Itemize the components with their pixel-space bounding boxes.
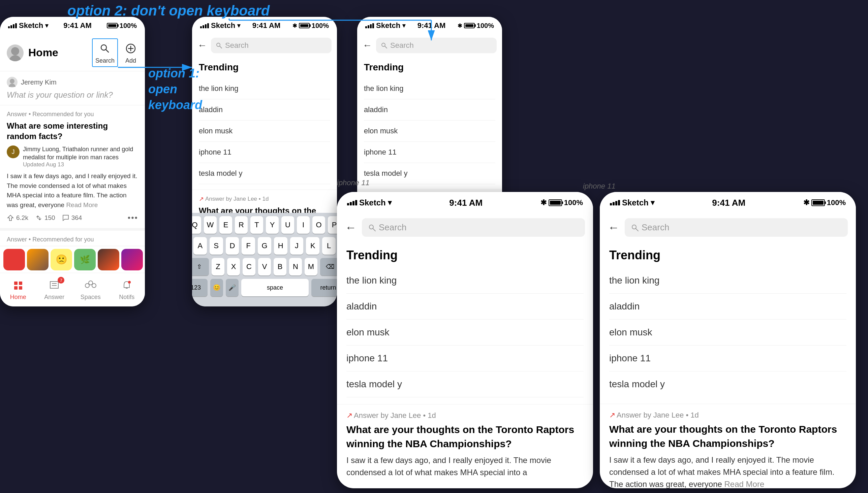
reshare-btn-1[interactable]: 150 [35,214,55,221]
nav-notifs[interactable]: Notifs [109,279,145,301]
status-right-2: ✱ 100% [292,22,329,30]
trending-item-2-0[interactable]: the lion king [199,78,330,99]
trending-5-0[interactable]: the lion king [609,268,846,294]
app-icon-1[interactable] [3,249,25,271]
trending-item-2-1[interactable]: aladdin [199,99,330,121]
search-input-5[interactable]: Search [642,222,669,233]
answer-question-5[interactable]: What are your thoughts on the Toronto Ra… [609,422,846,451]
key-shift[interactable]: ⇧ [192,258,209,276]
search-bar-3[interactable]: Search [376,38,497,53]
key-z[interactable]: Z [212,258,224,276]
comment-btn-1[interactable]: 364 [62,214,82,221]
key-l[interactable]: L [322,237,336,255]
key-c[interactable]: C [243,258,255,276]
nav-answer[interactable]: 7 Answer [36,279,73,301]
trending-item-3-2[interactable]: elon musk [364,121,495,142]
trending-title-3: Trending [364,62,495,73]
read-more-5[interactable]: Read More [724,479,765,488]
trending-4-1[interactable]: aladdin [346,294,584,320]
app-icon-6[interactable] [121,249,143,271]
search-bar-5[interactable]: Search [625,218,848,237]
search-input-3[interactable]: Search [390,41,414,50]
nav-spaces[interactable]: Spaces [73,279,109,301]
key-emoji[interactable]: 😊 [210,279,223,296]
key-w[interactable]: W [204,216,217,234]
kb-row-4: 123 😊 🎤 space return [193,279,336,296]
trending-5-4[interactable]: tesla model y [609,371,846,397]
back-button-4[interactable]: ← [345,221,356,234]
key-n[interactable]: N [289,258,302,276]
key-h[interactable]: H [274,237,287,255]
back-button-2[interactable]: ← [198,40,207,51]
signal-icon [8,23,17,28]
back-button-3[interactable]: ← [363,40,372,51]
key-123[interactable]: 123 [192,279,208,296]
answer-badge: 7 [58,277,64,283]
svg-point-7 [10,79,15,84]
key-t[interactable]: T [250,216,263,234]
key-delete[interactable]: ⌫ [320,258,337,276]
key-o[interactable]: O [312,216,325,234]
app-icon-4[interactable]: 🌿 [74,249,96,271]
trending-4-4[interactable]: tesla model y [346,371,584,398]
trending-5-1[interactable]: aladdin [609,294,846,320]
trending-4-0[interactable]: the lion king [346,268,584,294]
feed-author-name-1: Jimmy Luong, Triathalon runner and gold … [23,146,138,161]
key-i[interactable]: I [297,216,310,234]
trending-5-3[interactable]: iphone 11 [609,345,846,371]
trending-item-3-0[interactable]: the lion king [364,78,495,99]
app-icon-5[interactable] [98,249,119,271]
read-more-1[interactable]: Read More [66,201,98,209]
trending-item-2-2[interactable]: elon musk [199,121,330,142]
feed-body-1: I saw it a few days ago, and I really en… [7,171,138,210]
trending-item-2-4[interactable]: tesla model y [199,163,330,184]
status-bar-phone3: Sketch ▾ 9:41 AM ✱ 100% [357,17,502,34]
trending-5-2[interactable]: elon musk [609,320,846,345]
app-icon-3[interactable]: 🙁 [50,249,72,271]
wifi-icon-3: ▾ [402,22,405,29]
nav-notifs-label: Notifs [119,294,135,301]
app-icon-2[interactable] [27,249,48,271]
key-return[interactable]: return [311,279,337,296]
ask-user-name: Jeremy Kim [21,79,57,86]
key-y[interactable]: Y [266,216,279,234]
key-b[interactable]: B [274,258,286,276]
trending-4-2[interactable]: elon musk [346,320,584,345]
back-button-5[interactable]: ← [608,221,619,234]
search-bar-4[interactable]: Search [362,218,585,237]
ask-placeholder[interactable]: What is your question or link? [7,90,138,100]
trending-item-2-3[interactable]: iphone 11 [199,142,330,163]
search-bar-2[interactable]: Search [211,38,332,53]
key-x[interactable]: X [227,258,240,276]
status-left-2: Sketch ▾ [200,21,240,30]
key-f[interactable]: F [242,237,255,255]
trending-item-3-4[interactable]: tesla model y [364,163,495,184]
trending-4-3[interactable]: iphone 11 [346,345,584,371]
phone2: Sketch ▾ 9:41 AM ✱ 100% ← Search Trendin… [192,17,337,306]
more-btn-1[interactable]: ••• [128,213,138,222]
answer-question-4[interactable]: What are your thoughts on the Toronto Ra… [346,423,584,451]
key-g[interactable]: G [258,237,271,255]
feed-question-1[interactable]: What are some interesting random facts? [7,121,138,142]
key-q[interactable]: Q [192,216,201,234]
key-p[interactable]: P [328,216,337,234]
key-u[interactable]: U [281,216,294,234]
key-a[interactable]: A [193,237,207,255]
key-r[interactable]: R [235,216,248,234]
key-k[interactable]: K [306,237,319,255]
trending-item-3-3[interactable]: iphone 11 [364,142,495,163]
key-d[interactable]: D [226,237,239,255]
key-s[interactable]: S [210,237,223,255]
upvote-btn-1[interactable]: 6.2k [7,214,28,221]
key-space[interactable]: space [241,279,309,296]
search-input-2[interactable]: Search [225,41,249,50]
nav-home[interactable]: Home [0,279,36,301]
search-input-4[interactable]: Search [379,222,406,233]
key-m[interactable]: M [305,258,317,276]
trending-item-3-1[interactable]: aladdin [364,99,495,121]
key-mic[interactable]: 🎤 [226,279,239,296]
key-v[interactable]: V [258,258,271,276]
key-j[interactable]: J [290,237,304,255]
search-button[interactable]: Search [92,38,118,67]
key-e[interactable]: E [219,216,232,234]
